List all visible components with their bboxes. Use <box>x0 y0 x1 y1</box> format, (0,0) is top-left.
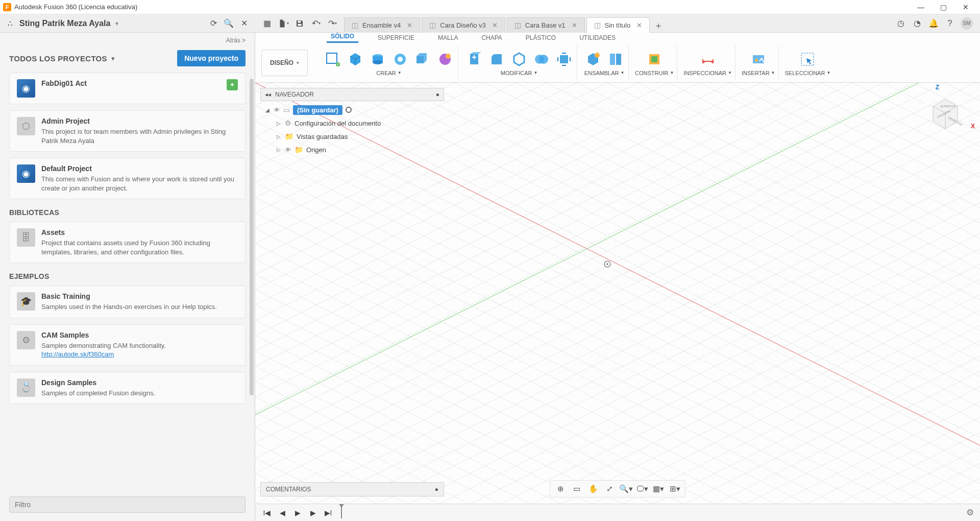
timeline-start-button[interactable]: I◀ <box>261 507 273 518</box>
filter-input[interactable] <box>9 496 246 513</box>
close-button[interactable]: ✕ <box>954 0 977 14</box>
construct-button[interactable] <box>645 50 664 69</box>
doc-tab[interactable]: ◫Ensamble v4✕ <box>344 17 420 33</box>
close-tab-icon[interactable]: ✕ <box>636 21 642 29</box>
close-tab-icon[interactable]: ✕ <box>572 21 577 29</box>
move-button[interactable] <box>554 50 574 69</box>
browser-header[interactable]: ◂◂ NAVEGADOR ● <box>260 88 444 101</box>
timeline-marker[interactable] <box>341 507 342 518</box>
ribbon-tab-plastic[interactable]: PLÁSTICO <box>522 33 560 43</box>
back-link[interactable]: Atrás > <box>0 33 255 46</box>
workspace-switcher[interactable]: DISEÑO▾ <box>261 50 308 76</box>
triangle-down-icon[interactable]: ◢ <box>265 107 271 113</box>
refresh-button[interactable]: ⟳ <box>208 18 218 29</box>
project-card[interactable]: ⬡ Admin ProjectThis project is for team … <box>9 110 246 152</box>
new-tab-button[interactable]: ＋ <box>651 18 666 33</box>
chevron-down-icon[interactable]: ▾ <box>115 20 118 27</box>
viewport-button[interactable]: ⊞▾ <box>668 483 682 495</box>
expand-projects-icon[interactable]: ▾ <box>111 55 115 62</box>
user-avatar[interactable]: SM <box>961 17 973 30</box>
browser-root[interactable]: ◢ 👁 ▭ (Sin guardar) <box>265 103 444 116</box>
look-at-button[interactable]: ▭ <box>570 483 584 495</box>
group-label-select[interactable]: SELECCIONAR▼ <box>785 70 831 76</box>
revolve-button[interactable] <box>390 50 410 69</box>
extrude-button[interactable] <box>368 50 387 69</box>
shell-button[interactable] <box>509 50 529 69</box>
display-button[interactable]: 🖵▾ <box>635 483 649 495</box>
doc-tab[interactable]: ◫Cara Diseño v3✕ <box>422 17 505 33</box>
group-label-construct[interactable]: CONSTRUIR▼ <box>635 70 674 76</box>
job-status-icon[interactable]: ◔ <box>912 18 923 29</box>
undo-button[interactable]: ↶▾ <box>309 17 323 30</box>
new-project-button[interactable]: Nuevo proyecto <box>177 50 246 66</box>
timeline-settings-icon[interactable]: ⚙ <box>966 507 974 518</box>
group-label-assemble[interactable]: ENSAMBLAR▼ <box>584 70 625 76</box>
ribbon-tab-mesh[interactable]: MALLA <box>434 33 462 43</box>
close-tab-icon[interactable]: ✕ <box>492 21 498 29</box>
group-label-modify[interactable]: MODIFICAR▼ <box>501 70 538 76</box>
press-pull-button[interactable] <box>464 50 484 69</box>
zoom-button[interactable]: ⤢ <box>602 483 617 495</box>
scrollbar[interactable] <box>250 79 254 395</box>
doc-tab[interactable]: ◫Sin título✕ <box>586 17 650 33</box>
box-button[interactable] <box>413 50 432 69</box>
project-card[interactable]: ◉ FabDig01 Act ✦ <box>9 73 246 104</box>
joint-button[interactable] <box>606 50 625 69</box>
example-link[interactable]: http://autode.sk/f360cam <box>41 350 114 358</box>
group-label-create[interactable]: CREAR▼ <box>376 70 401 76</box>
timeline-next-button[interactable]: ▶ <box>307 507 318 518</box>
ribbon-tab-sheet[interactable]: CHAPA <box>477 33 506 43</box>
select-button[interactable] <box>798 50 817 69</box>
example-card[interactable]: 🎓 Basic TrainingSamples used in the Hand… <box>9 286 246 318</box>
minimize-button[interactable]: — <box>910 0 932 14</box>
derive-button[interactable] <box>435 50 455 69</box>
zoom-window-button[interactable]: 🔍▾ <box>619 483 633 495</box>
maximize-button[interactable]: ▢ <box>932 0 954 14</box>
combine-button[interactable] <box>532 50 551 69</box>
library-card[interactable]: 🗄 AssetsProject that contains assets use… <box>9 222 246 263</box>
ribbon-tab-solid[interactable]: SÓLIDO <box>327 31 358 43</box>
new-component-button[interactable] <box>583 50 603 69</box>
comments-toggle-icon[interactable]: ● <box>435 486 438 493</box>
file-menu-button[interactable]: ▾ <box>277 17 290 30</box>
pan-button[interactable]: ✋ <box>586 483 600 495</box>
example-card[interactable]: 💍 Design SamplesSamples of completed Fus… <box>9 372 246 405</box>
view-cube[interactable]: FRONTAL DERECHA SUPERIOR <box>925 92 966 133</box>
fillet-button[interactable] <box>487 50 506 69</box>
ribbon-tab-utilities[interactable]: UTILIDADES <box>575 33 620 43</box>
timeline-play-button[interactable]: ▶ <box>292 507 303 518</box>
eye-icon[interactable]: 👁 <box>274 106 280 114</box>
extensions-icon[interactable]: ◷ <box>895 18 906 29</box>
save-button[interactable] <box>293 17 306 30</box>
redo-button[interactable]: ↷▾ <box>326 17 339 30</box>
help-icon[interactable]: ? <box>944 18 955 29</box>
timeline-prev-button[interactable]: ◀ <box>277 507 288 518</box>
sketch-button[interactable]: + <box>323 50 342 69</box>
browser-node[interactable]: ▷👁📁Origen <box>265 143 444 156</box>
group-label-insert[interactable]: INSERTAR▼ <box>742 70 775 76</box>
group-label-inspect[interactable]: INSPECCIONAR▼ <box>683 70 732 76</box>
insert-button[interactable] <box>749 50 768 69</box>
search-button[interactable]: 🔍 <box>224 18 234 29</box>
settings-dot-icon[interactable]: ● <box>436 91 439 98</box>
browser-node[interactable]: ▷⚙Configuración del documento <box>265 116 444 130</box>
example-card[interactable]: ⚙ CAM SamplesSamples demonstrating CAM f… <box>9 324 246 366</box>
notifications-icon[interactable]: 🔔 <box>928 18 939 29</box>
close-tab-icon[interactable]: ✕ <box>407 21 412 29</box>
canvas-viewport[interactable]: ◂◂ NAVEGADOR ● ◢ 👁 ▭ (Sin guardar) ▷⚙Con… <box>255 83 980 504</box>
create-form-button[interactable] <box>346 50 365 69</box>
doc-tab[interactable]: ◫Cara Base v1✕ <box>507 17 585 33</box>
team-name[interactable]: Sting Patrik Meza Ayala <box>19 19 110 28</box>
data-panel-toggle[interactable]: ▦ <box>260 17 274 30</box>
grid-button[interactable]: ▦▾ <box>651 483 666 495</box>
comments-bar[interactable]: COMENTARIOS ● <box>260 482 444 496</box>
inspect-button[interactable] <box>698 50 718 69</box>
project-card[interactable]: ◉ Default ProjectThis comes with Fusion … <box>9 158 246 199</box>
close-panel-button[interactable]: ✕ <box>239 18 249 29</box>
collapse-icon[interactable]: ◂◂ <box>265 91 271 98</box>
orbit-button[interactable]: ⊕ <box>553 483 568 495</box>
ribbon-tab-surface[interactable]: SUPERFICIE <box>374 33 419 43</box>
activate-radio[interactable] <box>346 107 352 113</box>
timeline-end-button[interactable]: ▶I <box>323 507 334 518</box>
browser-node[interactable]: ▷📁Vistas guardadas <box>265 130 444 143</box>
